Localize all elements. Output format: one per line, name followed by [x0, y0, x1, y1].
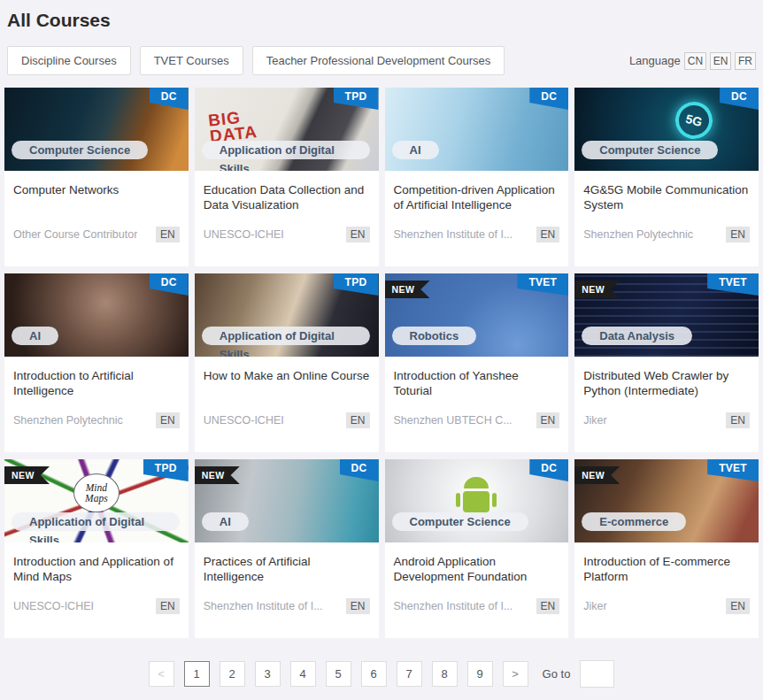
- course-card[interactable]: DC AI Introduction to Artificial Intelli…: [4, 273, 189, 452]
- course-title: 4G&5G Mobile Communication System: [583, 182, 750, 212]
- course-footer: UNESCO-ICHEI EN: [204, 412, 370, 428]
- category-pill: AI: [392, 141, 439, 159]
- course-language-badge: EN: [536, 598, 560, 614]
- course-provider: Shenzhen Institute of I...: [394, 228, 513, 241]
- course-thumbnail-image: NEW TVET Data Analysis: [574, 273, 759, 357]
- thumbnail-decoration: BIG DATA: [207, 104, 289, 144]
- filter-buttons: Discipline Courses TVET Courses Teacher …: [7, 46, 505, 75]
- course-thumbnail-image: NEW TVET E-commerce: [574, 459, 759, 542]
- course-type-badge: TVET: [707, 273, 759, 296]
- course-language-badge: EN: [536, 227, 560, 242]
- course-provider: UNESCO-ICHEI: [13, 600, 94, 612]
- course-thumbnail-image: Mind Maps NEW TPD Application of Digital…: [4, 459, 189, 542]
- course-provider: UNESCO-ICHEI: [204, 228, 284, 241]
- course-provider: Other Course Contributor: [13, 228, 137, 241]
- course-footer: Shenzhen UBTECH C... EN: [394, 412, 560, 428]
- course-language-badge: EN: [346, 412, 370, 428]
- course-footer: Other Course Contributor EN: [13, 227, 180, 242]
- course-language-badge: EN: [156, 598, 180, 614]
- filter-button-0[interactable]: Discipline Courses: [7, 46, 131, 75]
- course-thumbnail-image: DC Computer Science: [4, 88, 189, 171]
- page-button-2[interactable]: 2: [220, 661, 245, 687]
- toolbar: Discipline Courses TVET Courses Teacher …: [4, 46, 759, 75]
- category-pill: Robotics: [392, 327, 477, 345]
- course-type-badge: DC: [150, 273, 189, 296]
- prev-page-button[interactable]: <: [149, 661, 174, 687]
- page-button-9[interactable]: 9: [467, 661, 493, 687]
- course-provider: UNESCO-ICHEI: [204, 414, 284, 427]
- page-button-4[interactable]: 4: [290, 661, 316, 687]
- course-card[interactable]: NEW TVET Robotics Introduction of Yanshe…: [385, 273, 569, 452]
- thumbnail-decoration: Mind Maps: [73, 473, 119, 512]
- pagination: < 1 2 3 4 5 6 7 8 9 > Go to: [4, 660, 759, 688]
- course-card[interactable]: Mind Maps NEW TPD Application of Digital…: [4, 459, 189, 638]
- course-type-badge: DC: [720, 88, 759, 110]
- next-page-button[interactable]: >: [503, 661, 528, 687]
- category-pill: Computer Science: [582, 141, 718, 159]
- course-title: Education Data Collection and Data Visua…: [204, 182, 370, 212]
- course-card[interactable]: NEW TVET Data Analysis Distributed Web C…: [574, 273, 759, 452]
- category-pill: AI: [202, 512, 249, 531]
- course-title: Introduction and Application of Mind Map…: [13, 554, 180, 584]
- language-option-cn[interactable]: CN: [684, 52, 706, 70]
- course-type-badge: DC: [340, 459, 379, 481]
- page-button-7[interactable]: 7: [397, 661, 422, 687]
- course-type-badge: TPD: [143, 459, 189, 481]
- filter-button-2[interactable]: Teacher Professional Development Courses: [252, 46, 505, 75]
- filter-button-1[interactable]: TVET Courses: [140, 46, 243, 75]
- thumbnail-decoration: 5G: [672, 98, 717, 143]
- language-label: Language: [629, 54, 681, 67]
- course-type-badge: TVET: [707, 459, 759, 481]
- course-footer: Shenzhen Institute of I... EN: [394, 227, 560, 242]
- course-type-badge: TPD: [334, 273, 379, 296]
- page-button-8[interactable]: 8: [432, 661, 458, 687]
- course-provider: Shenzhen Institute of I...: [204, 600, 323, 612]
- new-ribbon: NEW: [385, 281, 430, 298]
- course-language-badge: EN: [726, 412, 750, 428]
- course-type-badge: TPD: [334, 88, 379, 110]
- course-thumbnail-image: DC AI: [4, 273, 189, 357]
- page-button-3[interactable]: 3: [255, 661, 281, 687]
- category-pill: E-commerce: [582, 512, 686, 531]
- language-option-en[interactable]: EN: [710, 52, 732, 70]
- course-type-badge: DC: [529, 459, 568, 481]
- course-title: Computer Networks: [13, 182, 180, 197]
- page-title: All Courses: [7, 10, 756, 31]
- page-button-1[interactable]: 1: [184, 661, 210, 687]
- goto-label: Go to: [543, 667, 571, 681]
- course-card[interactable]: TPD Application of Digital Skills How to…: [195, 273, 379, 452]
- course-card[interactable]: DC Computer Science Android Application …: [385, 459, 569, 638]
- language-option-fr[interactable]: FR: [735, 52, 756, 70]
- course-thumbnail-image: NEW DC AI: [195, 459, 379, 542]
- course-provider: Shenzhen Polytechnic: [13, 414, 123, 427]
- course-footer: Shenzhen Polytechnic EN: [583, 227, 750, 242]
- course-card[interactable]: NEW TVET E-commerce Introduction of E-co…: [574, 459, 759, 638]
- course-title: Introduction of E-commerce Platform: [583, 554, 750, 584]
- course-card[interactable]: NEW DC AI Practices of Artificial Intell…: [195, 459, 379, 638]
- course-provider: Shenzhen UBTECH C...: [394, 414, 513, 427]
- goto-page-input[interactable]: [580, 660, 614, 688]
- course-language-badge: EN: [536, 412, 560, 428]
- course-thumbnail-image: DC AI: [385, 88, 569, 171]
- course-title: Competition-driven Application of Artifi…: [394, 182, 560, 212]
- course-footer: Shenzhen Institute of I... EN: [394, 598, 560, 614]
- course-type-badge: TVET: [517, 273, 568, 296]
- page-button-5[interactable]: 5: [326, 661, 351, 687]
- category-pill: Application of Digital Skills: [202, 141, 370, 159]
- course-type-badge: DC: [150, 88, 189, 110]
- course-footer: Shenzhen Institute of I... EN: [204, 598, 370, 614]
- course-card[interactable]: DC AI Competition-driven Application of …: [385, 88, 569, 266]
- course-footer: Jiker EN: [583, 412, 750, 428]
- category-pill: AI: [12, 327, 58, 345]
- course-card[interactable]: DC Computer Science Computer Networks Ot…: [4, 88, 189, 266]
- course-thumbnail-image: DC Computer Science: [385, 459, 569, 542]
- page-button-6[interactable]: 6: [361, 661, 387, 687]
- language-selector: Language CN EN FR: [629, 52, 756, 70]
- course-footer: UNESCO-ICHEI EN: [13, 598, 180, 614]
- course-language-badge: EN: [346, 227, 370, 242]
- course-footer: Jiker EN: [583, 598, 750, 614]
- course-card[interactable]: BIG DATA TPD Application of Digital Skil…: [195, 88, 379, 266]
- course-language-badge: EN: [726, 598, 750, 614]
- course-card[interactable]: 5G DC Computer Science 4G&5G Mobile Comm…: [574, 88, 759, 266]
- course-type-badge: DC: [529, 88, 568, 110]
